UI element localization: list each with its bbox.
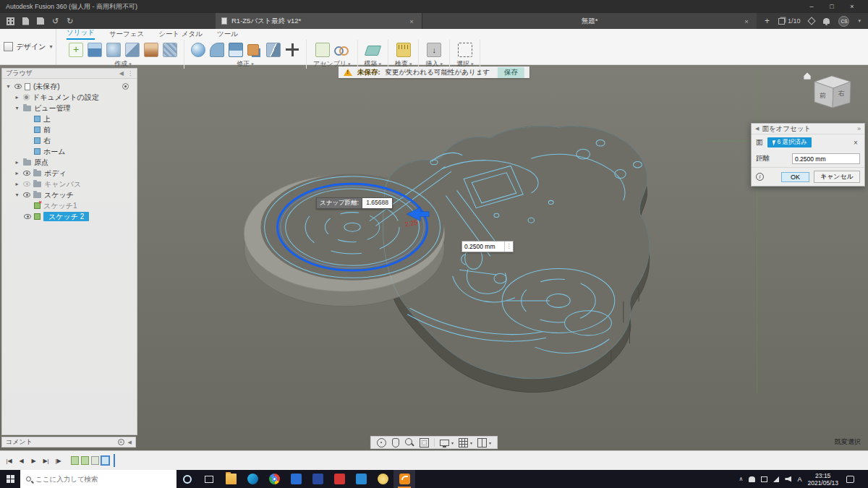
move-copy-icon[interactable] bbox=[285, 43, 299, 57]
tree-sketch-1[interactable]: スケッチ1 bbox=[2, 200, 137, 211]
split-body-icon[interactable] bbox=[266, 43, 281, 57]
combine-icon[interactable] bbox=[247, 44, 259, 56]
insert-icon[interactable] bbox=[427, 43, 441, 57]
action-center-icon[interactable] bbox=[846, 476, 854, 483]
create-sketch-icon[interactable] bbox=[69, 43, 83, 57]
clear-selection-icon[interactable]: × bbox=[851, 139, 860, 147]
dialog-collapse-icon[interactable]: ◀ bbox=[755, 126, 759, 132]
tree-bodies[interactable]: ▸ ボディ bbox=[2, 168, 137, 179]
close-button[interactable]: × bbox=[842, 3, 862, 10]
fillet-icon[interactable] bbox=[210, 43, 224, 57]
document-tab-active[interactable]: R1-Z5バスト最終 v12* × bbox=[216, 13, 422, 29]
taskbar-search[interactable] bbox=[20, 470, 176, 488]
coil-icon[interactable] bbox=[163, 43, 177, 57]
joint-icon[interactable] bbox=[334, 43, 349, 57]
offset-dimension-box[interactable]: ⋮ bbox=[461, 241, 514, 252]
construction-plane-icon[interactable] bbox=[364, 46, 381, 56]
tab-tools[interactable]: ツール bbox=[217, 30, 238, 40]
dropdown-caret-icon[interactable]: ▾ bbox=[470, 440, 472, 445]
fusion360-taskbar-button[interactable] bbox=[393, 470, 415, 488]
timeline-end-button[interactable]: ▶| bbox=[41, 455, 51, 466]
measure-icon[interactable] bbox=[396, 43, 411, 57]
display-settings-icon[interactable] bbox=[440, 440, 449, 446]
front-wheel-face[interactable] bbox=[260, 174, 443, 281]
tree-document-settings[interactable]: ▸ ドキュメントの設定 bbox=[2, 92, 137, 103]
extensions-icon[interactable] bbox=[808, 17, 816, 25]
avatar-dropdown-icon[interactable]: ▾ bbox=[858, 18, 861, 24]
hidden-icons-chevron[interactable]: ∧ bbox=[739, 476, 744, 482]
assemble-dropdown[interactable]: アセンブリ bbox=[313, 59, 351, 69]
dialog-more-icon[interactable]: » bbox=[857, 125, 861, 132]
chrome-button[interactable] bbox=[263, 470, 285, 488]
browser-collapse-icon[interactable]: ◀ bbox=[119, 70, 124, 77]
visibility-eye-icon[interactable] bbox=[24, 214, 31, 219]
tree-sketches[interactable]: ▾ スケッチ bbox=[2, 189, 137, 200]
notifications-bell-icon[interactable] bbox=[823, 18, 830, 24]
extrude-icon[interactable] bbox=[88, 43, 102, 57]
redo-icon[interactable]: ↻ bbox=[67, 17, 73, 25]
maximize-button[interactable]: □ bbox=[822, 3, 842, 10]
visibility-eye-icon[interactable] bbox=[14, 84, 22, 89]
cancel-button[interactable]: キャンセル bbox=[814, 171, 860, 183]
tree-origin[interactable]: ▸ 原点 bbox=[2, 157, 137, 168]
comment-bar[interactable]: コメント + ◀ bbox=[1, 437, 136, 448]
timeline-scrubber[interactable] bbox=[114, 454, 115, 467]
dropdown-caret-icon[interactable]: ▾ bbox=[451, 440, 454, 445]
zoom-icon[interactable] bbox=[405, 438, 414, 448]
app-blue-button[interactable] bbox=[350, 470, 372, 488]
grid-settings-icon[interactable] bbox=[459, 438, 468, 448]
caret-icon[interactable]: ▸ bbox=[14, 159, 20, 166]
tree-sketch-2-selected[interactable]: スケッチ 2 bbox=[2, 211, 137, 222]
timeline-begin-button[interactable]: |◀ bbox=[4, 455, 14, 466]
offset-dimension-input[interactable] bbox=[462, 243, 504, 250]
cloud-icon[interactable] bbox=[749, 476, 755, 482]
caret-icon[interactable]: ▸ bbox=[14, 94, 20, 100]
edge-button[interactable] bbox=[242, 470, 263, 488]
modify-dropdown[interactable]: 修正 bbox=[237, 59, 253, 69]
caret-icon[interactable]: ▸ bbox=[14, 170, 20, 176]
inspect-dropdown[interactable]: 検査 bbox=[395, 59, 412, 69]
app-grid-icon[interactable] bbox=[7, 17, 14, 25]
info-icon[interactable]: i bbox=[756, 173, 764, 181]
viewport-layout-icon[interactable] bbox=[477, 438, 487, 448]
caret-icon[interactable]: ▾ bbox=[14, 105, 20, 111]
tree-canvases[interactable]: ▸ キャンバス bbox=[2, 179, 137, 189]
timeline-current-feature[interactable] bbox=[101, 456, 109, 465]
select-tool-icon[interactable] bbox=[458, 43, 472, 57]
timeline-feature[interactable] bbox=[91, 456, 99, 465]
create-dropdown[interactable]: 作成 bbox=[114, 59, 131, 69]
save-icon[interactable] bbox=[37, 17, 44, 25]
app-yellow-button[interactable] bbox=[372, 470, 393, 488]
timeline-next-button[interactable]: |▶ bbox=[53, 455, 64, 466]
caret-icon[interactable]: ▾ bbox=[5, 83, 12, 90]
press-pull-icon[interactable] bbox=[191, 43, 205, 57]
user-avatar[interactable]: CS bbox=[838, 16, 849, 27]
close-tab-icon-2[interactable]: × bbox=[742, 17, 751, 25]
orbit-icon[interactable] bbox=[377, 438, 386, 448]
task-view-button[interactable] bbox=[198, 470, 220, 488]
distance-input[interactable] bbox=[792, 153, 860, 164]
volume-icon[interactable] bbox=[785, 476, 791, 482]
face-selection-chip[interactable]: 6 選択済み bbox=[767, 137, 812, 147]
shell-icon[interactable] bbox=[229, 43, 243, 57]
app-red-button[interactable] bbox=[328, 470, 350, 488]
tray-app-icon[interactable] bbox=[761, 476, 767, 482]
tab-surface[interactable]: サーフェス bbox=[109, 30, 144, 40]
search-input[interactable] bbox=[35, 475, 171, 483]
tab-solid[interactable]: ソリッド bbox=[67, 28, 95, 40]
add-comment-icon[interactable]: + bbox=[118, 439, 124, 445]
file-menu-icon[interactable] bbox=[22, 17, 29, 25]
ime-indicator[interactable]: A bbox=[797, 476, 801, 483]
tree-view-top[interactable]: 上 bbox=[2, 114, 137, 124]
caret-icon[interactable]: ▾ bbox=[14, 192, 20, 198]
cortana-button[interactable] bbox=[176, 470, 198, 488]
store-button[interactable] bbox=[285, 470, 307, 488]
visibility-eye-icon[interactable] bbox=[23, 192, 30, 197]
tree-view-management[interactable]: ▾ ビュー管理 bbox=[2, 103, 137, 114]
browser-menu-icon[interactable]: ⋮ bbox=[127, 70, 133, 77]
tree-view-home[interactable]: ホーム bbox=[2, 146, 137, 157]
timeline-play-button[interactable]: ▶ bbox=[28, 455, 39, 466]
tab-sheet-metal[interactable]: シート メタル bbox=[158, 30, 203, 40]
timeline-back-button[interactable]: ◀ bbox=[16, 455, 27, 466]
ok-button[interactable]: OK bbox=[781, 172, 809, 182]
